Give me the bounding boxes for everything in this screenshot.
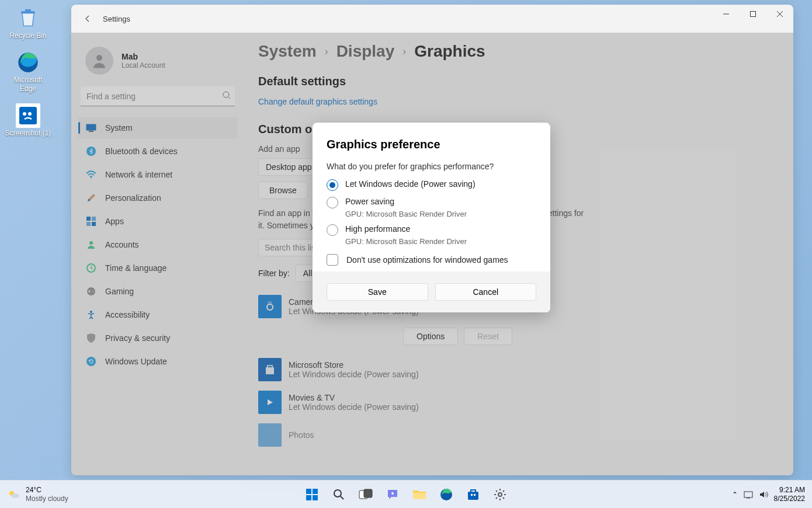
- svg-rect-27: [313, 489, 318, 494]
- desktop-icons: Recycle Bin Microsoft Edge Screenshot (1…: [5, 6, 51, 148]
- store-button[interactable]: [461, 483, 485, 506]
- system-tray[interactable]: [744, 490, 768, 499]
- svg-rect-29: [313, 495, 318, 500]
- taskbar-weather[interactable]: 24°C Mostly cloudy: [0, 486, 68, 503]
- svg-point-25: [11, 493, 19, 498]
- svg-rect-37: [471, 494, 473, 496]
- edge-icon: [16, 50, 40, 75]
- svg-point-2: [23, 112, 26, 116]
- radio-icon: [327, 179, 338, 191]
- settings-button[interactable]: [488, 483, 512, 506]
- svg-rect-4: [751, 12, 756, 17]
- svg-rect-36: [468, 492, 478, 500]
- tray-chevron-icon[interactable]: ⌃: [732, 490, 738, 499]
- maximize-button[interactable]: [740, 5, 766, 23]
- radio-label: High performance: [345, 224, 410, 234]
- clock-date: 8/25/2022: [774, 495, 805, 503]
- taskbar: 24°C Mostly cloudy ⌃ 9:21 AM 8/25/2022: [0, 480, 812, 508]
- taskview-button[interactable]: [354, 483, 377, 506]
- close-button[interactable]: [766, 5, 793, 23]
- taskbar-center: [300, 483, 512, 506]
- desktop-icon-label: Recycle Bin: [9, 32, 46, 40]
- minimize-button[interactable]: [713, 5, 740, 23]
- taskbar-clock[interactable]: 9:21 AM 8/25/2022: [774, 486, 805, 503]
- checkbox-windowed-games[interactable]: Don't use optimizations for windowed gam…: [327, 254, 536, 266]
- svg-point-30: [334, 490, 341, 497]
- radio-power-saving[interactable]: Power saving: [327, 197, 536, 208]
- graphics-preference-dialog: Graphics preference What do you prefer f…: [313, 123, 550, 312]
- desktop-icon-recycle-bin[interactable]: Recycle Bin: [5, 6, 51, 40]
- desktop-icon-label: Screenshot (1): [5, 129, 51, 137]
- screenshot-icon: [16, 103, 40, 128]
- weather-icon: [7, 488, 21, 502]
- radio-label: Power saving: [345, 197, 394, 206]
- radio-let-windows-decide[interactable]: Let Windows decide (Power saving): [327, 179, 536, 191]
- svg-rect-40: [744, 492, 752, 497]
- svg-rect-32: [364, 489, 372, 497]
- svg-point-33: [391, 492, 394, 495]
- radio-label: Let Windows decide (Power saving): [345, 179, 476, 189]
- radio-icon: [327, 224, 338, 236]
- desktop-icon-edge[interactable]: Microsoft Edge: [5, 50, 51, 93]
- svg-rect-1: [19, 107, 37, 124]
- volume-tray-icon: [759, 490, 768, 499]
- network-tray-icon: [744, 490, 753, 499]
- svg-point-3: [28, 112, 32, 116]
- dialog-title: Graphics preference: [327, 138, 536, 151]
- svg-rect-26: [306, 489, 311, 494]
- search-button[interactable]: [327, 483, 351, 506]
- weather-desc: Mostly cloudy: [26, 495, 68, 503]
- radio-sublabel: GPU: Microsoft Basic Render Driver: [345, 210, 536, 218]
- radio-icon: [327, 197, 338, 208]
- save-button[interactable]: Save: [327, 283, 428, 301]
- explorer-button[interactable]: [408, 483, 431, 506]
- desktop-icon-screenshot[interactable]: Screenshot (1): [5, 103, 51, 137]
- radio-sublabel: GPU: Microsoft Basic Render Driver: [345, 237, 536, 246]
- window-title: Settings: [103, 15, 130, 23]
- svg-rect-34: [413, 493, 426, 499]
- checkbox-label: Don't use optimizations for windowed gam…: [346, 255, 508, 265]
- start-button[interactable]: [300, 483, 324, 506]
- edge-button[interactable]: [435, 483, 458, 506]
- svg-rect-38: [474, 494, 476, 496]
- radio-high-performance[interactable]: High performance: [327, 224, 536, 236]
- clock-time: 9:21 AM: [774, 486, 805, 494]
- window-controls: [713, 5, 793, 23]
- checkbox-icon: [327, 254, 338, 266]
- dialog-subtitle: What do you prefer for graphics performa…: [327, 162, 536, 171]
- taskbar-right: ⌃ 9:21 AM 8/25/2022: [732, 486, 812, 503]
- titlebar: Settings: [71, 5, 793, 33]
- recycle-bin-icon: [16, 6, 40, 30]
- desktop-icon-label: Microsoft Edge: [5, 76, 51, 93]
- temperature: 24°C: [26, 486, 68, 494]
- svg-rect-28: [306, 495, 311, 500]
- chat-button[interactable]: [381, 483, 404, 506]
- back-button[interactable]: [81, 12, 95, 26]
- cancel-button[interactable]: Cancel: [435, 283, 537, 301]
- svg-point-39: [498, 493, 502, 496]
